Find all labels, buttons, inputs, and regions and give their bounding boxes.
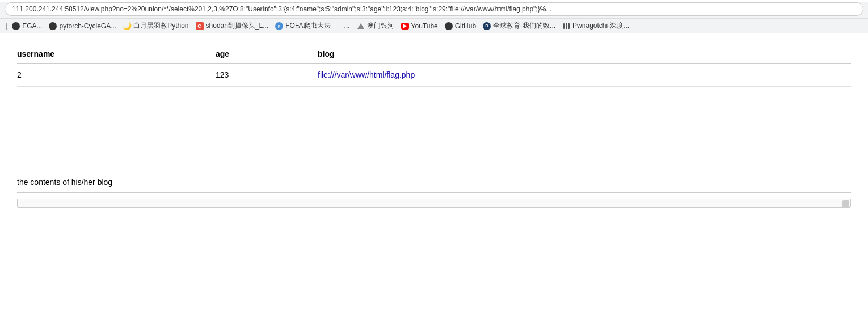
browser-chrome: 111.200.241.244:58512/view.php?no=2%20un… bbox=[0, 2, 868, 19]
cell-username: 2 bbox=[17, 64, 216, 87]
bookmark-baiyue[interactable]: 🌙 白月黑羽教Python bbox=[120, 20, 192, 32]
github-icon bbox=[12, 22, 20, 30]
bookmark-shodan[interactable]: C shodan到摄像头_L... bbox=[192, 20, 272, 32]
bookmark-ega-label: EGA... bbox=[22, 22, 42, 30]
pwna-icon bbox=[562, 22, 570, 30]
main-content: username age blog 2 123 file:///var/www/… bbox=[0, 33, 868, 219]
col-header-blog: blog bbox=[318, 45, 851, 64]
bookmark-fofa-label: FOFA爬虫大法——... bbox=[285, 21, 349, 31]
table-header-row: username age blog bbox=[17, 45, 851, 64]
bookmark-data[interactable]: D 全球教育-我们的数... bbox=[479, 20, 559, 32]
bookmark-pwnagotchi[interactable]: Pwnagotchi-深度... bbox=[559, 20, 633, 32]
blog-contents-label: the contents of his/her blog bbox=[17, 178, 851, 193]
mountain-icon bbox=[357, 22, 365, 30]
fofa-icon: F bbox=[275, 22, 283, 30]
bookmark-github[interactable]: GitHub bbox=[441, 21, 479, 31]
svg-text:F: F bbox=[278, 24, 280, 28]
svg-marker-2 bbox=[357, 23, 364, 29]
table-row: 2 123 file:///var/www/html/flag.php bbox=[17, 64, 851, 87]
bookmark-github-label: GitHub bbox=[455, 22, 476, 30]
data-icon: D bbox=[483, 22, 491, 30]
bookmark-youtube-label: YouTube bbox=[411, 22, 438, 30]
github-icon bbox=[49, 22, 57, 30]
bookmark-data-label: 全球教育-我们的数... bbox=[493, 21, 555, 31]
bookmark-shodan-label: shodan到摄像头_L... bbox=[206, 21, 269, 31]
col-header-age: age bbox=[216, 45, 318, 64]
bookmark-macau-label: 澳门银河 bbox=[367, 21, 394, 31]
scrollbar-thumb[interactable] bbox=[842, 200, 849, 207]
scrollbar-area[interactable] bbox=[17, 199, 851, 208]
address-bar[interactable]: 111.200.241.244:58512/view.php?no=2%20un… bbox=[5, 2, 863, 16]
bookmark-fofa[interactable]: F FOFA爬虫大法——... bbox=[272, 20, 353, 32]
bookmark-ega[interactable]: EGA... bbox=[9, 21, 45, 31]
github-icon bbox=[445, 22, 453, 30]
bookmarks-bar: | EGA... pytorch-CycleGA... 🌙 白月黑羽教Pytho… bbox=[0, 19, 868, 33]
col-header-username: username bbox=[17, 45, 216, 64]
separator: | bbox=[5, 22, 9, 30]
youtube-icon bbox=[401, 22, 409, 30]
moon-icon: 🌙 bbox=[123, 22, 131, 30]
bookmark-macau[interactable]: 澳门银河 bbox=[353, 20, 398, 32]
bookmark-pytorch[interactable]: pytorch-CycleGA... bbox=[45, 21, 120, 31]
bookmark-pytorch-label: pytorch-CycleGA... bbox=[59, 22, 116, 30]
shodan-icon: C bbox=[196, 22, 204, 30]
bookmark-pwnagotchi-label: Pwnagotchi-深度... bbox=[572, 21, 629, 31]
cell-age: 123 bbox=[216, 64, 318, 87]
data-table: username age blog 2 123 file:///var/www/… bbox=[17, 45, 851, 87]
bookmark-youtube[interactable]: YouTube bbox=[398, 21, 441, 31]
cell-blog[interactable]: file:///var/www/html/flag.php bbox=[318, 64, 851, 87]
bookmark-baiyue-label: 白月黑羽教Python bbox=[133, 21, 188, 31]
